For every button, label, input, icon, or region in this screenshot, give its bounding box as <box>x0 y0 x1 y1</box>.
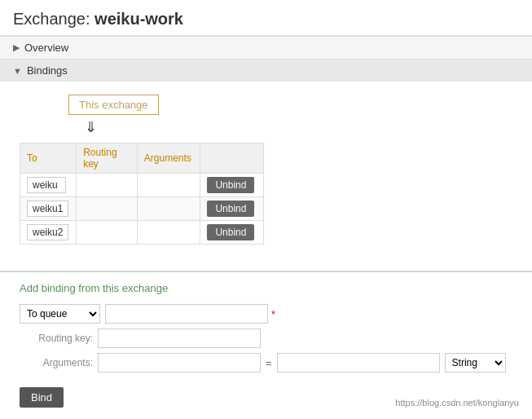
footer-row: Bind https://blog.csdn.net/konglanyu <box>20 381 512 408</box>
arguments-value-input[interactable] <box>277 353 440 373</box>
routing-key-label: Routing key: <box>20 333 93 344</box>
arguments-value <box>137 197 200 221</box>
bindings-section-label: Bindings <box>27 64 68 77</box>
arguments-value <box>137 174 200 197</box>
required-star: * <box>271 308 275 320</box>
bindings-table: To Routing key Arguments weikuUnbindweik… <box>20 143 264 245</box>
arguments-label: Arguments: <box>20 357 93 368</box>
bindings-section: ▼ Bindings This exchange ⇓ To Routing ke… <box>0 59 532 258</box>
to-queue-input[interactable] <box>105 304 268 324</box>
equals-sign: = <box>266 357 272 369</box>
page-title: Exchange: weiku-work <box>13 10 519 29</box>
overview-section-label: Overview <box>24 42 68 54</box>
bindings-section-header[interactable]: ▼ Bindings <box>0 60 532 82</box>
col-header-routing-key: Routing key <box>77 143 138 174</box>
overview-section: ▶ Overview <box>0 36 532 59</box>
col-header-to: To <box>20 143 77 174</box>
to-queue-select[interactable]: To queueTo exchange <box>20 304 100 324</box>
arguments-key-input[interactable] <box>98 353 261 373</box>
add-binding-title: Add binding from this exchange <box>20 282 512 294</box>
page-header: Exchange: weiku-work <box>0 0 532 36</box>
routing-key-value <box>77 221 138 245</box>
col-header-arguments: Arguments <box>137 143 200 174</box>
footer-link: https://blog.csdn.net/konglanyu <box>395 398 519 408</box>
routing-key-input[interactable] <box>98 329 261 348</box>
add-binding-section: Add binding from this exchange To queueT… <box>0 271 532 417</box>
to-value: weiku1 <box>27 201 68 217</box>
to-value: weiku2 <box>27 224 68 240</box>
routing-key-row: Routing key: <box>20 329 512 348</box>
bindings-collapse-arrow: ▼ <box>13 66 22 76</box>
overview-section-header[interactable]: ▶ Overview <box>0 37 532 59</box>
arguments-value <box>137 221 200 245</box>
unbind-button[interactable]: Unbind <box>207 177 254 193</box>
arguments-type-select[interactable]: StringNumberBoolean <box>445 353 506 373</box>
to-value: weiku <box>27 177 66 193</box>
routing-key-value <box>77 174 138 197</box>
unbind-button[interactable]: Unbind <box>207 224 254 240</box>
arguments-row: Arguments: = StringNumberBoolean <box>20 353 512 373</box>
to-queue-row: To queueTo exchange * <box>20 304 512 324</box>
table-row: weiku2Unbind <box>20 221 264 245</box>
table-row: weiku1Unbind <box>20 197 264 221</box>
unbind-button[interactable]: Unbind <box>207 201 254 217</box>
bind-button[interactable]: Bind <box>20 387 64 408</box>
overview-collapse-arrow: ▶ <box>13 42 20 53</box>
exchange-box: This exchange <box>68 95 159 115</box>
table-row: weikuUnbind <box>20 174 264 197</box>
routing-key-value <box>77 197 138 221</box>
bindings-content: This exchange ⇓ To Routing key Arguments… <box>0 82 532 258</box>
down-arrow-icon: ⇓ <box>85 118 512 136</box>
